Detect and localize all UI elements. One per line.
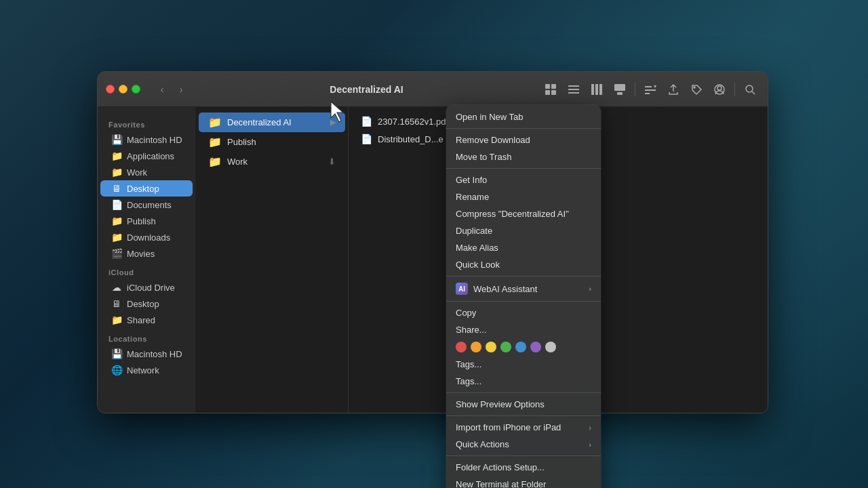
ctx-rename[interactable]: Rename [446, 188, 601, 205]
svg-rect-5 [568, 89, 579, 90]
account-button[interactable] [710, 80, 729, 99]
sidebar-label: Publish [127, 216, 156, 226]
tag-button[interactable] [687, 80, 706, 99]
ctx-quick-actions[interactable]: Quick Actions › [446, 436, 601, 453]
file-item-decentralized-ai[interactable]: 📁 Decentralized AI ▶ [199, 113, 345, 132]
ctx-import-iphone[interactable]: Import from iPhone or iPad › [446, 419, 601, 436]
sidebar-item-documents[interactable]: 📄 Documents [100, 197, 193, 213]
svg-text:▾: ▾ [654, 83, 656, 89]
tag-color-yellow[interactable] [486, 342, 496, 352]
sidebar-label: Macintosh HD [127, 135, 182, 145]
documents-icon: 📄 [111, 199, 122, 210]
sidebar-item-macintosh-hd-loc[interactable]: 💾 Macintosh HD [100, 346, 193, 362]
icloud-icon: ☁ [111, 282, 122, 293]
sidebar-item-icloud-drive[interactable]: ☁ iCloud Drive [100, 279, 193, 296]
svg-rect-8 [595, 84, 598, 95]
ctx-separator-1 [446, 128, 601, 129]
sidebar-item-desktop-fav[interactable]: 🖥 Desktop [100, 180, 193, 197]
sidebar: Favorites 💾 Macintosh HD 📁 Applications … [98, 107, 196, 413]
webai-icon: AI [456, 283, 468, 295]
sidebar-label: Documents [127, 200, 172, 210]
file-item-label: Work [227, 157, 248, 167]
file-panel-1: 📁 Decentralized AI ▶ 📁 Publish 📁 Work ⬇ [196, 107, 349, 413]
sidebar-item-desktop-icloud[interactable]: 🖥 Desktop [100, 296, 193, 312]
sidebar-label: Shared [127, 315, 155, 325]
network-icon: 🌐 [111, 365, 122, 375]
sidebar-item-network[interactable]: 🌐 Network [100, 362, 193, 378]
sidebar-label: Work [127, 167, 147, 178]
tag-color-blue[interactable] [515, 342, 526, 352]
forward-button[interactable]: › [173, 81, 189, 98]
toolbar-divider [635, 83, 635, 96]
list-view-button[interactable] [564, 80, 583, 99]
svg-rect-12 [645, 86, 652, 87]
locations-section-label: Locations [98, 328, 195, 346]
share-button[interactable] [664, 80, 683, 99]
ctx-share[interactable]: Share... [446, 321, 601, 338]
sidebar-label: Desktop [127, 184, 159, 194]
ctx-folder-actions-setup[interactable]: Folder Actions Setup... [446, 459, 601, 476]
ctx-new-terminal[interactable]: New Terminal at Folder [446, 476, 601, 488]
ctx-separator-5 [446, 392, 601, 393]
sidebar-item-movies[interactable]: 🎬 Movies [100, 245, 193, 262]
sidebar-label: Desktop [127, 299, 159, 309]
sidebar-label: Network [127, 365, 159, 375]
ctx-compress[interactable]: Compress "Decentralized AI" [446, 205, 601, 222]
finder-window: ‹ › Decentralized AI [97, 71, 768, 413]
ctx-separator-4 [446, 301, 601, 302]
minimize-button[interactable] [119, 85, 127, 94]
search-button[interactable] [741, 80, 760, 99]
maximize-button[interactable] [132, 85, 140, 94]
ctx-webai-assistant[interactable]: AI WebAI Assistant › [446, 279, 601, 298]
file-item-label: 2307.16562v1.pdf [378, 117, 448, 127]
sidebar-item-macintosh-hd-fav[interactable]: 💾 Macintosh HD [100, 131, 193, 148]
svg-rect-9 [599, 84, 602, 95]
svg-rect-11 [617, 92, 623, 95]
ctx-copy[interactable]: Copy [446, 304, 601, 321]
ctx-quick-look[interactable]: Quick Look [446, 256, 601, 273]
hd-loc-icon: 💾 [111, 348, 122, 359]
tag-color-purple[interactable] [530, 342, 541, 352]
sidebar-item-downloads[interactable]: 📁 Downloads [100, 229, 193, 245]
sidebar-label: iCloud Drive [127, 283, 175, 293]
close-button[interactable] [106, 85, 115, 94]
sidebar-item-applications[interactable]: 📁 Applications [100, 148, 193, 164]
file-item-label: Decentralized AI [227, 117, 292, 127]
ctx-tags-2[interactable]: Tags... [446, 373, 601, 390]
work-icon: 📁 [111, 167, 122, 178]
icon-view-button[interactable] [541, 80, 560, 99]
sidebar-label: Macintosh HD [127, 349, 182, 359]
gallery-view-button[interactable] [610, 80, 629, 99]
ctx-tags-1[interactable]: Tags... [446, 356, 601, 373]
svg-rect-0 [545, 84, 550, 89]
folder-icon: 📁 [208, 136, 222, 148]
sidebar-label: Applications [127, 151, 174, 161]
tag-color-green[interactable] [500, 342, 511, 352]
ctx-show-preview[interactable]: Show Preview Options [446, 396, 601, 413]
ctx-duplicate[interactable]: Duplicate [446, 222, 601, 239]
folder-icon: 📁 [208, 116, 222, 129]
group-button[interactable]: ▾ [641, 80, 660, 99]
tag-color-gray[interactable] [545, 342, 556, 352]
ctx-open-new-tab[interactable]: Open in New Tab [446, 108, 601, 125]
ctx-remove-download[interactable]: Remove Download [446, 131, 601, 148]
tag-color-red[interactable] [456, 342, 467, 352]
cloud-sync-icon: ⬇ [328, 157, 336, 167]
column-view-button[interactable] [587, 80, 606, 99]
svg-point-18 [717, 86, 722, 90]
sidebar-item-work[interactable]: 📁 Work [100, 164, 193, 180]
ctx-get-info[interactable]: Get Info [446, 171, 601, 188]
file-item-publish[interactable]: 📁 Publish [199, 132, 345, 152]
ctx-move-to-trash[interactable]: Move to Trash [446, 148, 601, 165]
favorites-section-label: Favorites [98, 114, 195, 131]
sidebar-item-publish-fav[interactable]: 📁 Publish [100, 213, 193, 229]
title-bar: ‹ › Decentralized AI [98, 72, 768, 107]
doc-icon: 📄 [361, 134, 372, 144]
back-button[interactable]: ‹ [154, 81, 170, 98]
svg-rect-7 [591, 84, 594, 95]
file-item-work[interactable]: 📁 Work ⬇ [199, 152, 345, 171]
ctx-make-alias[interactable]: Make Alias [446, 239, 601, 256]
window-title: Decentralized AI [197, 84, 536, 95]
tag-color-orange[interactable] [471, 342, 481, 352]
sidebar-item-shared[interactable]: 📁 Shared [100, 312, 193, 328]
